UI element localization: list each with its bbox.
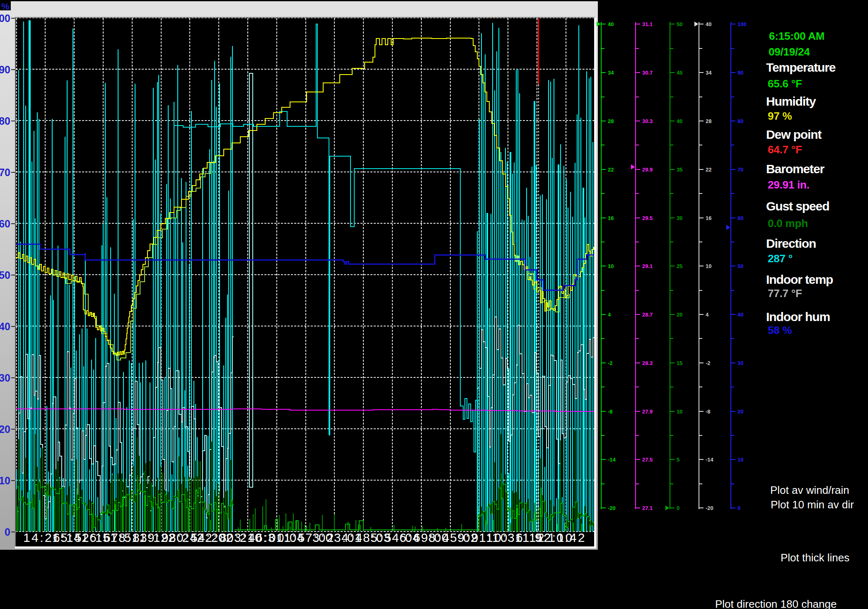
svg-text:10: 10 — [737, 457, 743, 463]
svg-text:50: 50 — [677, 21, 682, 27]
svg-text:28: 28 — [706, 118, 711, 124]
svg-text:31.1: 31.1 — [642, 21, 653, 27]
svg-text:70: 70 — [737, 167, 743, 173]
svg-text:35: 35 — [677, 167, 682, 173]
svg-text:20: 20 — [677, 312, 682, 318]
svg-text:4: 4 — [608, 312, 611, 318]
svg-text:28.3: 28.3 — [642, 360, 653, 366]
svg-text:20: 20 — [737, 408, 743, 415]
svg-text:-14: -14 — [706, 457, 714, 463]
svg-text:27.5: 27.5 — [642, 457, 653, 463]
svg-text:0: 0 — [737, 505, 740, 511]
svg-text:25: 25 — [677, 263, 682, 269]
svg-text:30: 30 — [737, 360, 743, 366]
svg-text:30.3: 30.3 — [642, 118, 653, 124]
svg-text:-20: -20 — [608, 505, 616, 511]
svg-text:28: 28 — [608, 118, 614, 124]
svg-text:100: 100 — [737, 21, 747, 27]
svg-text:30: 30 — [677, 215, 682, 221]
svg-text:10: 10 — [608, 263, 614, 269]
svg-text:22: 22 — [706, 167, 711, 173]
svg-text:34: 34 — [608, 70, 614, 76]
svg-text:10: 10 — [706, 263, 711, 269]
svg-text:10: 10 — [677, 408, 682, 415]
svg-text:-8: -8 — [608, 408, 613, 415]
svg-text:5: 5 — [677, 457, 679, 463]
svg-text:0: 0 — [677, 505, 679, 511]
svg-text:30.7: 30.7 — [642, 70, 653, 76]
svg-text:60: 60 — [737, 215, 743, 221]
svg-text:16: 16 — [608, 215, 614, 221]
svg-text:-20: -20 — [706, 505, 713, 511]
svg-text:29.9: 29.9 — [642, 167, 653, 173]
svg-text:28.7: 28.7 — [642, 312, 653, 318]
svg-text:45: 45 — [677, 70, 682, 76]
svg-text:27.9: 27.9 — [642, 408, 653, 415]
svg-text:-14: -14 — [608, 457, 616, 463]
svg-text:29.5: 29.5 — [642, 215, 653, 221]
svg-text:40: 40 — [706, 21, 711, 27]
svg-text:-2: -2 — [706, 360, 711, 366]
svg-text:4: 4 — [706, 312, 709, 318]
svg-text:27.1: 27.1 — [642, 505, 653, 511]
svg-text:16: 16 — [706, 215, 711, 221]
svg-text:40: 40 — [677, 118, 682, 124]
svg-text:90: 90 — [737, 70, 743, 76]
svg-text:29.1: 29.1 — [642, 263, 653, 269]
svg-text:15: 15 — [677, 360, 682, 366]
svg-text:34: 34 — [706, 70, 712, 76]
svg-text:40: 40 — [608, 21, 614, 27]
svg-text:-8: -8 — [706, 408, 711, 415]
svg-text:80: 80 — [737, 118, 743, 124]
svg-text:50: 50 — [737, 263, 743, 269]
svg-text:-2: -2 — [608, 360, 613, 366]
svg-text:22: 22 — [608, 167, 614, 173]
svg-text:40: 40 — [737, 312, 743, 318]
